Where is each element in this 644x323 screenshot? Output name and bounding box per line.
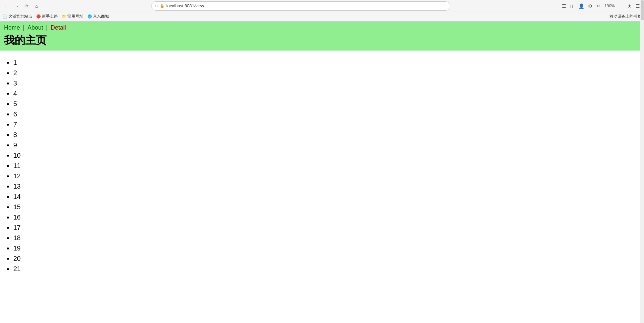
library-button[interactable]: ☰ — [561, 3, 568, 9]
address-bar-icons: 🛡 🔒 — [155, 4, 164, 8]
forward-button[interactable]: → — [13, 2, 21, 10]
list-item: 17 — [13, 223, 644, 233]
bookmark-huhu[interactable]: 📄 火狐官方站点 — [3, 14, 32, 19]
lock-icon: 🔒 — [160, 4, 164, 8]
bookmark-jd[interactable]: 🌐 京东商城 — [87, 14, 109, 19]
page-title: 我的主页 — [4, 33, 640, 48]
nav-link-about[interactable]: About — [28, 24, 43, 31]
bookmark-common-label: 常用网址 — [67, 14, 83, 19]
nav-link-detail[interactable]: Detail — [51, 24, 66, 31]
browser-chrome: ← → ⟳ ⌂ 🛡 🔒 ☰ ◫ 👤 ⚙ ↩ 190% ⋯ ★ ☰ 📄 火狐官方站… — [0, 0, 644, 22]
list-item: 18 — [13, 233, 644, 243]
undo-button[interactable]: ↩ — [595, 3, 602, 9]
list-item: 19 — [13, 243, 644, 253]
bookmark-newuser-label: 新手上路 — [42, 14, 58, 19]
list-item: 10 — [13, 150, 644, 161]
list-item: 3 — [13, 78, 644, 88]
account-button[interactable]: 👤 — [577, 3, 586, 9]
sidebar-button[interactable]: ◫ — [569, 3, 576, 9]
list-item: 8 — [13, 130, 644, 140]
list-item: 14 — [13, 192, 644, 202]
list-item: 6 — [13, 109, 644, 119]
list-item: 16 — [13, 212, 644, 223]
bookmark-newuser-icon: 🔴 — [36, 14, 41, 19]
toolbar-right: ☰ ◫ 👤 ⚙ ↩ 190% ⋯ ★ ☰ — [561, 3, 641, 9]
nav-header: Home | About | Detail 我的主页 — [0, 22, 644, 51]
list-item: 15 — [13, 202, 644, 212]
bookmark-star-button[interactable]: ★ — [626, 3, 633, 9]
shield-icon: 🛡 — [155, 4, 159, 8]
scrollbar[interactable] — [640, 0, 644, 277]
bookmarks-bar: 📄 火狐官方站点 🔴 新手上路 📁 常用网址 🌐 京东商城 移动设备上的书签 — [0, 12, 644, 21]
items-list: 123456789101112131415161718192021 — [0, 58, 644, 274]
reload-button[interactable]: ⟳ — [23, 2, 31, 10]
list-item: 9 — [13, 140, 644, 150]
bookmark-common[interactable]: 📁 常用网址 — [62, 14, 83, 19]
list-item: 2 — [13, 68, 644, 78]
page-content: Home | About | Detail 我的主页 1234567891011… — [0, 22, 644, 274]
more-button[interactable]: ⋯ — [617, 3, 625, 9]
bookmark-huhu-icon: 📄 — [3, 14, 7, 19]
zoom-level: 190% — [603, 4, 616, 8]
list-item: 20 — [13, 253, 644, 264]
list-item: 4 — [13, 88, 644, 99]
mobile-bookmarks[interactable]: 移动设备上的书签 — [609, 14, 641, 19]
url-input[interactable] — [166, 3, 447, 8]
nav-links: Home | About | Detail — [4, 24, 640, 31]
bookmark-newuser[interactable]: 🔴 新手上路 — [36, 14, 58, 19]
bookmark-jd-icon: 🌐 — [87, 14, 92, 19]
browser-toolbar: ← → ⟳ ⌂ 🛡 🔒 ☰ ◫ 👤 ⚙ ↩ 190% ⋯ ★ ☰ — [0, 0, 644, 12]
list-item: 5 — [13, 99, 644, 109]
list-item: 11 — [13, 161, 644, 171]
scrollbar-thumb[interactable] — [641, 0, 644, 20]
nav-separator-2: | — [46, 24, 50, 31]
address-bar[interactable]: 🛡 🔒 — [151, 1, 450, 11]
back-button[interactable]: ← — [3, 2, 11, 10]
bookmark-jd-label: 京东商城 — [93, 14, 109, 19]
nav-separator-1: | — [23, 24, 26, 31]
bookmark-huhu-label: 火狐官方站点 — [8, 14, 32, 19]
settings-button[interactable]: ⚙ — [587, 3, 594, 9]
list-item: 1 — [13, 58, 644, 68]
list-item: 7 — [13, 119, 644, 130]
list-item: 21 — [13, 264, 644, 274]
nav-link-home[interactable]: Home — [4, 24, 20, 31]
content-divider — [0, 54, 644, 54]
list-item: 12 — [13, 171, 644, 181]
list-item: 13 — [13, 181, 644, 192]
bookmark-common-icon: 📁 — [62, 14, 66, 19]
home-button[interactable]: ⌂ — [33, 2, 41, 10]
